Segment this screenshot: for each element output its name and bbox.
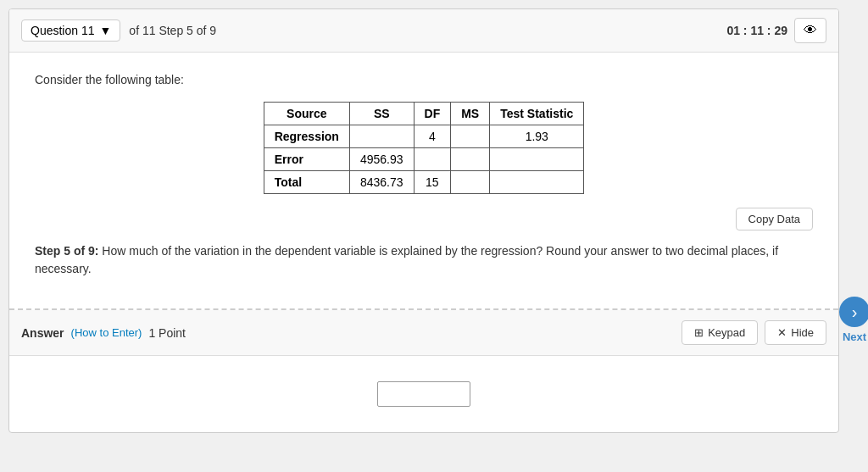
row-error-source: Error xyxy=(264,148,349,171)
hide-button[interactable]: ✕ Hide xyxy=(765,320,826,345)
row-total-source: Total xyxy=(264,171,349,194)
header-right: 01 : 11 : 29 👁 xyxy=(715,9,838,52)
table-row: Regression 4 1.93 xyxy=(264,125,584,148)
how-to-enter-link[interactable]: (How to Enter) xyxy=(71,326,142,339)
row-regression-ss xyxy=(349,125,414,148)
question-dropdown[interactable]: Question 11 ▼ xyxy=(21,19,120,42)
main-content: Consider the following table: Source SS … xyxy=(9,53,838,295)
row-regression-ms xyxy=(451,125,490,148)
col-df: DF xyxy=(414,103,451,125)
eye-icon: 👁 xyxy=(804,23,817,37)
answer-label: Answer xyxy=(21,326,64,340)
page-layout: Question 11 ▼ of 11 Step 5 of 9 01 : 11 … xyxy=(8,8,860,433)
step-info: of 11 Step 5 of 9 xyxy=(129,24,216,37)
copy-data-button[interactable]: Copy Data xyxy=(736,208,813,230)
answer-input-area xyxy=(9,356,838,432)
answer-input[interactable] xyxy=(377,381,470,407)
next-arrow-button[interactable]: › xyxy=(839,297,868,327)
col-ms: MS xyxy=(451,103,490,125)
row-error-df xyxy=(414,148,451,171)
header-left: Question 11 ▼ of 11 Step 5 of 9 xyxy=(9,11,228,50)
next-label: Next xyxy=(843,330,866,343)
row-regression-source: Regression xyxy=(264,125,349,148)
answer-left: Answer (How to Enter) 1 Point xyxy=(21,326,186,340)
col-source: Source xyxy=(264,103,349,125)
main-container: Question 11 ▼ of 11 Step 5 of 9 01 : 11 … xyxy=(8,8,839,433)
answer-right: ⊞ Keypad ✕ Hide xyxy=(682,320,826,345)
keypad-button-label: Keypad xyxy=(708,326,745,339)
row-regression-df: 4 xyxy=(414,125,451,148)
table-row: Error 4956.93 xyxy=(264,148,584,171)
row-total-df: 15 xyxy=(414,171,451,194)
col-ss: SS xyxy=(349,103,414,125)
next-side: › Next xyxy=(839,8,868,343)
row-total-ms xyxy=(451,171,490,194)
intro-text: Consider the following table: xyxy=(35,73,813,86)
row-error-ss: 4956.93 xyxy=(349,148,414,171)
keypad-button[interactable]: ⊞ Keypad xyxy=(682,320,758,345)
dropdown-arrow-icon: ▼ xyxy=(100,24,112,37)
point-label: 1 Point xyxy=(148,326,186,340)
row-total-ts xyxy=(490,171,584,194)
hide-icon: ✕ xyxy=(777,326,787,339)
step-description: Step 5 of 9: How much of the variation i… xyxy=(35,242,813,278)
next-button-group[interactable]: › Next xyxy=(839,297,868,343)
step-bold-label: Step 5 of 9: xyxy=(35,244,98,258)
row-total-ss: 8436.73 xyxy=(349,171,414,194)
keypad-grid-icon: ⊞ xyxy=(694,326,704,339)
content-area: Question 11 ▼ of 11 Step 5 of 9 01 : 11 … xyxy=(8,8,839,433)
col-ts: Test Statistic xyxy=(490,103,584,125)
answer-row: Answer (How to Enter) 1 Point ⊞ Keypad ✕… xyxy=(9,310,838,356)
copy-data-row: Copy Data xyxy=(35,208,813,230)
row-error-ts xyxy=(490,148,584,171)
eye-button[interactable]: 👁 xyxy=(794,18,826,43)
header: Question 11 ▼ of 11 Step 5 of 9 01 : 11 … xyxy=(9,9,838,53)
hide-button-label: Hide xyxy=(791,326,814,339)
data-table: Source SS DF MS Test Statistic Regressio… xyxy=(264,102,585,194)
table-header-row: Source SS DF MS Test Statistic xyxy=(264,103,584,125)
table-row: Total 8436.73 15 xyxy=(264,171,584,194)
row-error-ms xyxy=(451,148,490,171)
timer-display: 01 : 11 : 29 xyxy=(726,24,787,37)
next-arrow-icon: › xyxy=(852,303,858,322)
table-wrapper: Source SS DF MS Test Statistic Regressio… xyxy=(35,102,813,194)
question-dropdown-label: Question 11 xyxy=(31,24,95,37)
row-regression-ts: 1.93 xyxy=(490,125,584,148)
step-body-text: How much of the variation in the depende… xyxy=(35,244,778,275)
